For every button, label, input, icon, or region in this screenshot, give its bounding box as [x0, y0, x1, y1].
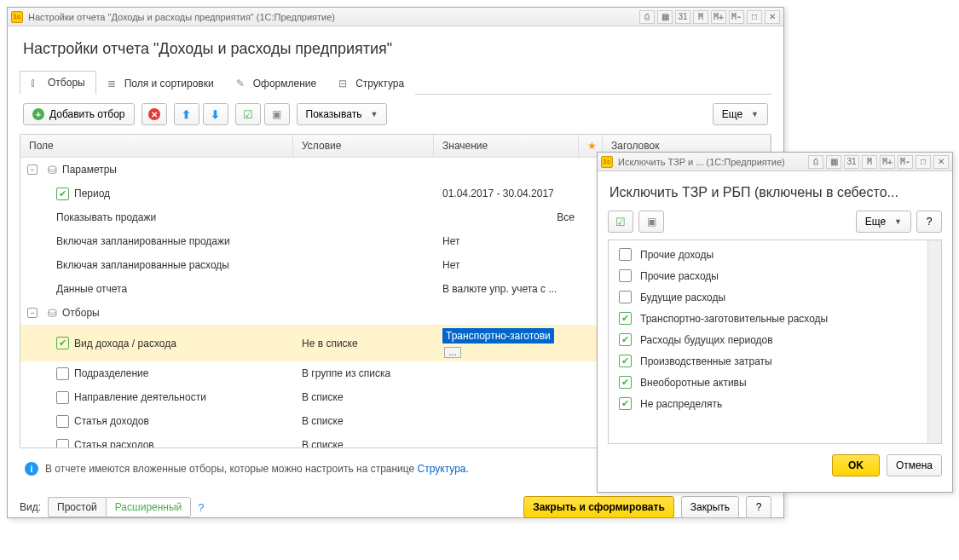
- report-data-value[interactable]: В валюте упр. учета с ...: [434, 280, 579, 298]
- list-icon: ≣: [107, 78, 119, 89]
- check-icon: ☑: [243, 108, 253, 121]
- col-field[interactable]: Поле: [20, 135, 293, 157]
- mem-mminus-button[interactable]: M-: [898, 155, 913, 169]
- view-simple-button[interactable]: Простой: [48, 497, 106, 517]
- item-checkbox[interactable]: [619, 269, 632, 282]
- calc-icon[interactable]: ▦: [657, 10, 673, 24]
- delete-button[interactable]: ✕: [142, 103, 167, 125]
- close-button[interactable]: Закрыть: [681, 496, 739, 518]
- direction-label: Направление деятельности: [74, 391, 206, 403]
- tab-bar: ⫿ Отборы ≣ Поля и сортировки ✎ Оформлени…: [20, 70, 771, 95]
- show-dropdown[interactable]: Показывать ▼: [297, 103, 388, 125]
- income-item-cond[interactable]: В списке: [293, 412, 434, 430]
- calc-icon[interactable]: ▦: [826, 155, 841, 169]
- tab-design[interactable]: ✎ Оформление: [225, 71, 327, 95]
- uncheck-all-button[interactable]: ▣: [638, 211, 664, 233]
- tab-struct[interactable]: ⊟ Структура: [327, 71, 415, 95]
- item-checkbox[interactable]: [619, 312, 632, 325]
- add-filter-button[interactable]: + Добавить отбор: [23, 103, 135, 125]
- mem-mminus-button[interactable]: M-: [729, 10, 744, 24]
- direction-cond[interactable]: В списке: [293, 388, 434, 407]
- dialog-toolbar: ☑ ▣ Еще ▼ ?: [608, 211, 942, 233]
- list-item[interactable]: Не распределять: [610, 393, 939, 414]
- expense-item-label: Статья расходов: [74, 439, 154, 447]
- dialog-more-dropdown[interactable]: Еще ▼: [856, 211, 911, 233]
- help-link[interactable]: ?: [198, 501, 204, 514]
- cancel-button[interactable]: Отмена: [887, 454, 942, 476]
- window-maximize-icon[interactable]: □: [747, 10, 762, 24]
- expense-item-cond[interactable]: В списке: [293, 436, 434, 447]
- dialog-window: 1c Исключить ТЗР и ... (1С:Предприятие) …: [597, 152, 953, 493]
- tab-struct-label: Структура: [355, 78, 404, 89]
- dept-cond[interactable]: В группе из списка: [293, 364, 434, 383]
- item-label: Не распределять: [640, 398, 722, 410]
- window-close-icon[interactable]: ✕: [933, 155, 949, 169]
- item-checkbox[interactable]: [619, 291, 632, 303]
- period-checkbox[interactable]: [56, 188, 69, 200]
- period-value[interactable]: 01.04.2017 - 30.04.2017: [434, 184, 579, 203]
- mem-mplus-button[interactable]: M+: [880, 155, 895, 169]
- copy-icon: ▣: [647, 216, 656, 228]
- close-run-button[interactable]: Закрыть и сформировать: [523, 496, 674, 518]
- collapse-icon[interactable]: −: [27, 165, 38, 175]
- list-item[interactable]: Будущие расходы: [610, 286, 939, 308]
- check-all-button[interactable]: ☑: [608, 211, 633, 233]
- item-checkbox[interactable]: [619, 333, 632, 346]
- tab-design-label: Оформление: [253, 78, 316, 89]
- collapse-icon[interactable]: −: [27, 308, 38, 318]
- more-dropdown[interactable]: Еще ▼: [713, 103, 768, 125]
- col-value[interactable]: Значение: [434, 135, 579, 157]
- dept-checkbox[interactable]: [56, 367, 69, 380]
- mem-m-button[interactable]: M: [862, 155, 877, 169]
- info-link[interactable]: Структура: [418, 463, 466, 475]
- list-item[interactable]: Внеоборотные активы: [610, 372, 939, 393]
- plan-sales-value[interactable]: Нет: [434, 232, 579, 251]
- mem-mplus-button[interactable]: M+: [711, 10, 726, 24]
- tab-fields[interactable]: ≣ Поля и сортировки: [96, 71, 225, 95]
- move-up-button[interactable]: ⬆: [174, 103, 199, 125]
- kind-value[interactable]: Транспортно-заготови: [442, 328, 554, 344]
- check-all-button[interactable]: ☑: [235, 103, 261, 125]
- tab-filters[interactable]: ⫿ Отборы: [20, 71, 96, 95]
- plan-exp-value[interactable]: Нет: [434, 256, 579, 274]
- income-item-checkbox[interactable]: [56, 415, 69, 428]
- arrow-up-icon: ⬆: [182, 108, 191, 121]
- list-item[interactable]: Производственные затраты: [610, 350, 939, 372]
- item-checkbox[interactable]: [619, 355, 632, 367]
- window-close-icon[interactable]: ✕: [765, 10, 780, 24]
- dialog-help-button[interactable]: ?: [916, 211, 942, 233]
- list-item[interactable]: Прочие расходы: [610, 265, 939, 286]
- col-condition[interactable]: Условие: [293, 135, 434, 157]
- info-text-b: .: [466, 463, 469, 475]
- item-checkbox[interactable]: [619, 376, 632, 389]
- view-advanced-button[interactable]: Расширенный: [106, 497, 192, 517]
- x-icon: ✕: [148, 108, 160, 120]
- uncheck-all-button[interactable]: ▣: [264, 103, 290, 125]
- brush-icon: ✎: [236, 78, 248, 89]
- kind-checkbox[interactable]: [56, 337, 69, 349]
- expense-item-checkbox[interactable]: [56, 439, 69, 448]
- ok-button[interactable]: OK: [832, 454, 880, 476]
- direction-checkbox[interactable]: [56, 391, 69, 404]
- item-checkbox[interactable]: [619, 248, 632, 261]
- move-down-button[interactable]: ⬇: [203, 103, 228, 125]
- mem-m-button[interactable]: M: [693, 10, 708, 24]
- calendar-icon[interactable]: 31: [844, 155, 859, 169]
- print-icon[interactable]: ⎙: [808, 155, 823, 169]
- scrollbar[interactable]: [927, 240, 941, 443]
- value-ellipsis-button[interactable]: …: [444, 347, 461, 358]
- tab-filters-label: Отборы: [48, 77, 85, 89]
- help-button[interactable]: ?: [746, 496, 771, 518]
- kind-cond[interactable]: Не в списке: [293, 334, 434, 353]
- item-checkbox[interactable]: [619, 397, 632, 410]
- chevron-down-icon: ▼: [370, 110, 378, 118]
- list-item[interactable]: Расходы будущих периодов: [610, 329, 939, 350]
- list-item[interactable]: Транспортно-заготовительные расходы: [610, 308, 939, 329]
- dialog-heading: Исключить ТЗР и РБП (включены в себесто.…: [608, 180, 942, 211]
- calendar-icon[interactable]: 31: [675, 10, 690, 24]
- group-filters-label: Отборы: [62, 307, 100, 319]
- window-maximize-icon[interactable]: □: [916, 155, 931, 169]
- print-icon[interactable]: ⎙: [639, 10, 655, 24]
- list-item[interactable]: Прочие доходы: [610, 244, 939, 265]
- item-label: Производственные затраты: [640, 355, 772, 367]
